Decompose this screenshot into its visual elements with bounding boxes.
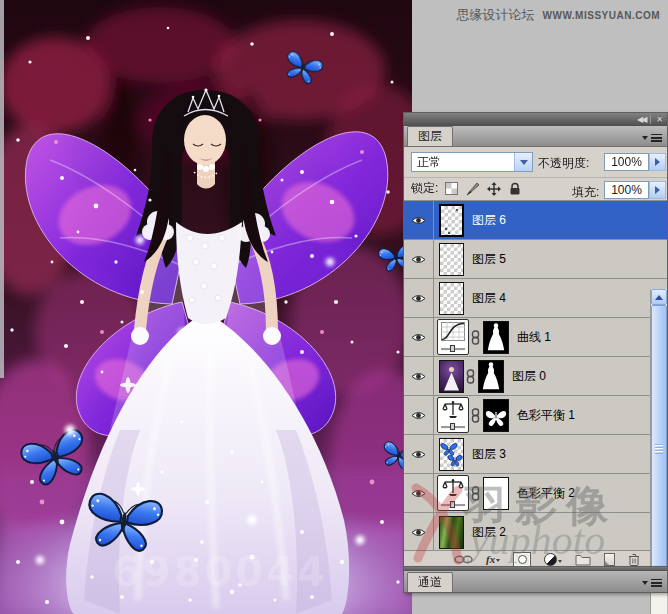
color-balance-adjustment-thumbnail[interactable] bbox=[437, 475, 469, 511]
layer-thumbnail[interactable] bbox=[439, 243, 464, 276]
photoshop-workspace: 6980044 思缘设计论坛 WWW.MISSYUAN.COM ◀◀ ✕ 图层 … bbox=[0, 0, 668, 614]
fill-input[interactable]: 100% bbox=[604, 181, 649, 199]
layer-style-button[interactable]: fx bbox=[486, 554, 500, 565]
layer-row[interactable]: 图层 6 bbox=[404, 201, 667, 240]
layer-row[interactable]: 色彩平衡 1 bbox=[404, 396, 667, 435]
opacity-input[interactable]: 100% bbox=[604, 153, 649, 171]
divider bbox=[650, 115, 651, 124]
window-edge bbox=[0, 0, 4, 378]
collapse-panel-icon[interactable]: ◀◀ bbox=[637, 113, 645, 126]
layer-name: 曲线 1 bbox=[517, 329, 551, 346]
panel-menu-icon[interactable] bbox=[642, 577, 662, 588]
channels-panel: 通道 bbox=[403, 566, 668, 593]
new-group-button[interactable] bbox=[575, 554, 591, 566]
layer-thumbnail[interactable] bbox=[439, 438, 464, 471]
curves-adjustment-thumbnail[interactable] bbox=[437, 319, 469, 355]
layer-row[interactable]: 图层 3 bbox=[404, 435, 667, 474]
layer-thumbnail[interactable] bbox=[439, 516, 464, 549]
fill-label: 填充: bbox=[572, 184, 599, 201]
blend-mode-select[interactable]: 正常 bbox=[411, 152, 533, 172]
photo-watermark-number: 6980044 bbox=[112, 549, 328, 595]
layer-mask-thumbnail[interactable] bbox=[483, 321, 509, 354]
link-layers-button[interactable] bbox=[454, 555, 473, 564]
visibility-toggle[interactable] bbox=[404, 435, 434, 473]
color-balance-adjustment-thumbnail[interactable] bbox=[437, 397, 469, 433]
visibility-toggle[interactable] bbox=[404, 513, 434, 551]
site-name: 思缘设计论坛 bbox=[457, 6, 535, 24]
visibility-toggle[interactable] bbox=[404, 396, 434, 434]
layer-row[interactable]: 色彩平衡 2 bbox=[404, 474, 667, 513]
opacity-label: 不透明度: bbox=[538, 155, 589, 172]
layer-controls: 正常 不透明度: 100% 锁定: 填充: 100% bbox=[404, 147, 667, 201]
layer-list: 图层 6 图层 5 图层 4 bbox=[404, 201, 667, 552]
document-canvas[interactable] bbox=[0, 0, 412, 614]
link-mask-icon bbox=[466, 369, 475, 384]
site-url: WWW.MISSYUAN.COM bbox=[543, 10, 660, 21]
site-credit: 思缘设计论坛 WWW.MISSYUAN.COM bbox=[457, 6, 660, 24]
link-mask-icon bbox=[471, 408, 480, 423]
visibility-toggle[interactable] bbox=[404, 240, 434, 278]
layer-thumbnail[interactable] bbox=[439, 360, 464, 393]
lock-transparency-icon[interactable] bbox=[444, 181, 459, 196]
panel-tab-bar: 通道 bbox=[404, 571, 667, 592]
link-mask-icon bbox=[471, 330, 480, 345]
layer-row[interactable]: 图层 2 bbox=[404, 513, 667, 552]
visibility-toggle[interactable] bbox=[404, 318, 434, 356]
layer-mask-thumbnail[interactable] bbox=[478, 360, 504, 393]
layer-thumbnail[interactable] bbox=[439, 282, 464, 315]
chevron-down-icon[interactable] bbox=[514, 153, 532, 171]
lock-position-move-icon[interactable] bbox=[486, 181, 501, 196]
fill-arrow-button[interactable] bbox=[649, 181, 666, 199]
blend-mode-value: 正常 bbox=[417, 154, 441, 171]
scrollbar-thumb[interactable] bbox=[651, 305, 667, 593]
tab-layers[interactable]: 图层 bbox=[407, 126, 453, 146]
lock-all-padlock-icon[interactable] bbox=[507, 181, 522, 196]
tab-channels[interactable]: 通道 bbox=[407, 572, 453, 592]
link-mask-icon bbox=[471, 486, 480, 501]
visibility-toggle[interactable] bbox=[404, 357, 434, 395]
delete-layer-button[interactable] bbox=[628, 553, 640, 566]
visibility-toggle[interactable] bbox=[404, 474, 434, 512]
layers-panel: ◀◀ ✕ 图层 正常 不透明度: 100% 锁定: bbox=[403, 112, 668, 569]
layer-row[interactable]: 图层 5 bbox=[404, 240, 667, 279]
opacity-arrow-button[interactable] bbox=[649, 153, 666, 171]
layer-row[interactable]: 图层 4 bbox=[404, 279, 667, 318]
close-panel-icon[interactable]: ✕ bbox=[656, 113, 663, 126]
new-layer-button[interactable] bbox=[604, 553, 615, 566]
panel-tab-bar: 图层 bbox=[404, 126, 667, 147]
layer-mask-thumbnail[interactable] bbox=[483, 477, 509, 510]
layer-name: 色彩平衡 1 bbox=[517, 407, 575, 424]
layer-thumbnail[interactable] bbox=[439, 204, 464, 237]
layer-row[interactable]: 曲线 1 bbox=[404, 318, 667, 357]
layer-mask-thumbnail[interactable] bbox=[483, 399, 509, 432]
layer-name: 图层 4 bbox=[472, 290, 506, 307]
visibility-toggle[interactable] bbox=[404, 279, 434, 317]
visibility-toggle[interactable] bbox=[404, 201, 434, 239]
new-adjustment-layer-button[interactable] bbox=[544, 553, 562, 566]
panel-title-bar: ◀◀ ✕ bbox=[404, 113, 667, 126]
layer-name: 图层 2 bbox=[472, 524, 506, 541]
layer-name: 图层 5 bbox=[472, 251, 506, 268]
layer-name: 图层 6 bbox=[472, 212, 506, 229]
layer-row[interactable]: 图层 0 bbox=[404, 357, 667, 396]
lock-label: 锁定: bbox=[411, 180, 438, 197]
add-layer-mask-button[interactable] bbox=[513, 552, 531, 567]
scroll-up-button[interactable] bbox=[651, 289, 667, 305]
layer-name: 图层 0 bbox=[512, 368, 546, 385]
lock-pixels-brush-icon[interactable] bbox=[465, 181, 480, 196]
layer-name: 图层 3 bbox=[472, 446, 506, 463]
panel-menu-icon[interactable] bbox=[642, 132, 662, 143]
lock-row: 锁定: bbox=[411, 180, 522, 197]
layer-name: 色彩平衡 2 bbox=[517, 485, 575, 502]
